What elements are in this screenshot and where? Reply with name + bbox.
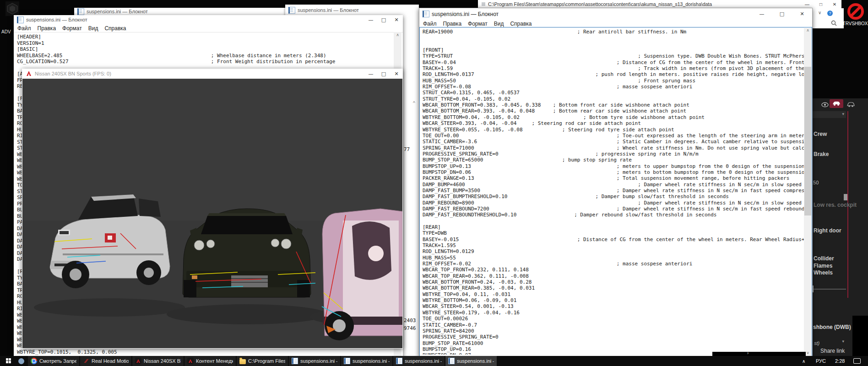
scroll-up-icon[interactable]: ᴧ (394, 33, 401, 37)
explorer-minimize-button[interactable]: — (800, 2, 814, 7)
car-render-canvas[interactable] (22, 79, 402, 348)
menu-item-Вид[interactable]: Вид (88, 25, 98, 32)
scrollbar-thumb[interactable] (804, 67, 811, 215)
menu-item-Правка[interactable]: Правка (443, 21, 462, 27)
notepad4-text[interactable]: REAR=19000 ; Rear antiroll bar stiffness… (423, 29, 804, 355)
maximize-button[interactable]: □ (377, 15, 390, 24)
checkbox-label: Low res. cockpit (814, 202, 857, 208)
taskbar-item-label: Nissan 240SX BN Spor... (144, 358, 181, 364)
taskbar-item[interactable]: ∕∕Real Head Motion for... (80, 356, 131, 366)
menu-item-Вид[interactable]: Вид (494, 21, 504, 27)
np-icon (396, 358, 402, 364)
chevron-down-icon: ▾ (842, 112, 844, 116)
wishbone-section-label: shbone (DWB) (813, 324, 851, 330)
menu-item-Справка[interactable]: Справка (510, 21, 532, 27)
minimize-button[interactable]: — (364, 15, 377, 24)
showroom-titlebar[interactable]: Nissan 240SX BN Sports (FPS: 0) — □ ✕ (22, 69, 403, 79)
trvshbox-icon-label: TRVSHBOX (842, 21, 868, 26)
notepad4-titlebar[interactable]: suspensions.ini — Блокнот — □ ✕ (419, 8, 812, 20)
address-folder-icon (482, 2, 485, 6)
console-arrow: › (747, 350, 749, 355)
taskbar-item[interactable]: suspensions.ini — Бл... (445, 356, 497, 366)
explorer-path[interactable]: C:\Program Files\Steam\steamapps\common\… (488, 1, 800, 7)
panel-dropdown[interactable]: ▾ (809, 111, 846, 118)
checkbox-label: Right door (814, 227, 841, 234)
unity-icon-label: ADV (1, 29, 11, 34)
notepad3-line-fragment: 77 (404, 146, 410, 153)
ac-icon (187, 358, 194, 364)
menu-item-Формат[interactable]: Формат (62, 25, 82, 32)
notepad3-title: suspensions.ini — Блокнот (298, 7, 359, 13)
taskbar-item[interactable]: suspensions.ini — Бл... (341, 356, 392, 366)
menu-item-Правка[interactable]: Правка (38, 25, 56, 32)
folder-icon (239, 359, 246, 364)
minimize-button[interactable]: — (752, 8, 772, 20)
panel-dropdown2[interactable]: st) ▾ (814, 339, 846, 345)
taskbar[interactable]: Смотреть Запретная...∕∕Real Head Motion … (0, 356, 868, 366)
notepad2-titlebar[interactable]: suspensions.ini — Блокнот — □ ✕ (14, 15, 403, 24)
explorer-close-button[interactable]: ✕ (828, 2, 841, 7)
checkbox-label: Collider (814, 255, 834, 262)
rhm-icon: ∕∕ (83, 358, 89, 364)
car-service-icon[interactable] (846, 102, 855, 108)
taskbar-item[interactable]: C:\Program Files\Stea... (237, 356, 288, 366)
taskbar-item-label: suspensions.ini — Бл... (300, 358, 337, 364)
help-icon[interactable]: ? (827, 11, 833, 16)
maximize-button[interactable]: □ (377, 69, 390, 79)
taskbar-item[interactable]: suspensions.ini — Бл... (289, 356, 340, 366)
notepad1-window[interactable]: suspensions.ini — Блокнот (74, 8, 288, 15)
close-button[interactable]: ✕ (390, 15, 403, 24)
showroom-title: Nissan 240SX BN Sports (FPS: 0) (35, 71, 111, 76)
notepad3-window[interactable]: suspensions.ini — Блокнот (285, 5, 419, 16)
menu-item-Формат[interactable]: Формат (468, 21, 488, 27)
tray-language[interactable]: РУС (816, 358, 826, 364)
checkbox-label: Brake (814, 151, 829, 157)
menu-item-Файл[interactable]: Файл (423, 21, 437, 27)
minimize-button[interactable]: — (364, 69, 377, 79)
notepad-icon (423, 11, 429, 17)
np-icon (344, 358, 350, 364)
close-button[interactable]: ✕ (390, 69, 403, 79)
notepad4-content[interactable]: REAR=19000 ; Rear antiroll bar stiffness… (419, 27, 812, 356)
taskbar-item-label: Смотреть Запретная... (39, 358, 76, 364)
menu-item-Справка[interactable]: Справка (104, 25, 126, 32)
ribbon-collapse-icon[interactable]: ∨ (818, 10, 821, 15)
windows-logo-icon (6, 358, 11, 364)
panel-scroll-thumb[interactable] (844, 194, 847, 200)
notification-icon[interactable] (853, 358, 861, 364)
chevron-down-icon: ▾ (842, 339, 844, 344)
taskbar-item[interactable]: suspensions.ini — Бл... (393, 356, 445, 366)
notepad2-menubar[interactable]: ФайлПравкаФорматВидСправка (14, 24, 403, 32)
start-button[interactable] (0, 356, 17, 366)
tray-chevron[interactable]: ∧ (802, 359, 805, 364)
notepad-icon (288, 7, 295, 14)
car-icon (832, 101, 841, 106)
scroll-up-icon[interactable]: ᴧ (804, 28, 812, 32)
menu-item-Файл[interactable]: Файл (17, 25, 31, 32)
np-icon (448, 358, 455, 364)
checkbox-label: Flames (814, 263, 832, 269)
notepad4-scrollbar[interactable]: ᴧ ᴠ (804, 27, 812, 356)
panel-slider-track[interactable] (811, 289, 846, 290)
taskbar-item[interactable]: Контент Менеджер (... (184, 356, 236, 366)
taskbar-items: Смотреть Запретная...∕∕Real Head Motion … (28, 356, 498, 366)
taskbar-item[interactable]: Смотреть Запретная... (28, 356, 79, 366)
taskbar-item-label: suspensions.ini — Бл... (353, 358, 390, 364)
close-button[interactable]: ✕ (792, 8, 812, 20)
share-link-button[interactable]: Share link (820, 348, 845, 354)
notepad3-scroll-caret[interactable]: ^ (413, 101, 415, 106)
notepad-icon (17, 16, 24, 23)
tray-clock[interactable]: 2:28 (835, 358, 845, 364)
eye-icon[interactable] (821, 102, 829, 108)
car-view-button[interactable] (830, 99, 843, 108)
explorer-maximize-button[interactable]: □ (814, 2, 828, 7)
taskbar-item[interactable]: Nissan 240SX BN Spor... (132, 356, 184, 366)
steam-tray-icon[interactable] (18, 358, 24, 364)
maximize-button[interactable]: □ (772, 8, 792, 20)
notepad4-window[interactable]: suspensions.ini — Блокнот — □ ✕ ФайлПрав… (419, 8, 813, 357)
trvshbox-icon[interactable] (847, 3, 864, 20)
notepad3-content-strip[interactable]: ^ 7724039746 (403, 16, 419, 356)
showroom-window[interactable]: Nissan 240SX BN Sports (FPS: 0) — □ ✕ (22, 69, 403, 349)
unity-logo-icon[interactable] (5, 1, 19, 16)
search-icon[interactable] (831, 20, 837, 26)
